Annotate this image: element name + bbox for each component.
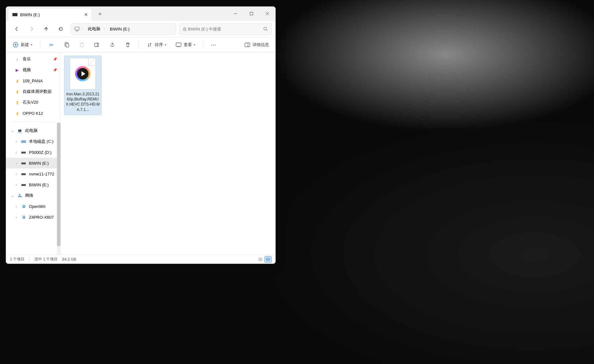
sidebar-item-drive[interactable]: › nvme11-1772 xyxy=(6,168,60,179)
search-icon[interactable] xyxy=(263,27,268,31)
chevron-right-icon[interactable]: › xyxy=(14,205,18,208)
share-button[interactable] xyxy=(107,39,118,50)
details-pane-button[interactable]: 详细信息 xyxy=(242,39,272,50)
window-controls xyxy=(228,7,275,21)
chevron-down-icon[interactable]: ⌄ xyxy=(11,194,14,197)
sidebar-item-label: 音乐 xyxy=(23,56,31,62)
search-input[interactable] xyxy=(183,27,263,31)
sidebar-item-drive[interactable]: › BIWIN (E:) xyxy=(6,179,60,190)
folder-icon: ▮ xyxy=(14,111,20,116)
search-box[interactable] xyxy=(179,23,272,35)
copy-button[interactable] xyxy=(61,39,72,50)
sidebar-item-label: Z4PRO-X607 xyxy=(29,215,54,220)
sidebar-item-network[interactable]: ⌄ 🖧 网络 xyxy=(6,190,60,201)
sidebar-item-folder[interactable]: ▮ 自媒体测评数据 xyxy=(6,86,60,97)
drive-icon xyxy=(21,150,26,154)
svg-rect-22 xyxy=(21,152,26,154)
sidebar-item-label: 视频 xyxy=(23,67,31,73)
chevron-right-icon[interactable]: › xyxy=(14,216,18,219)
maximize-button[interactable] xyxy=(244,7,259,21)
paste-button[interactable] xyxy=(76,39,88,50)
rename-icon xyxy=(94,42,100,47)
new-button[interactable]: 新建 ▾ xyxy=(10,39,35,50)
view-button[interactable]: 查看 ▾ xyxy=(173,39,198,50)
view-icon xyxy=(175,43,182,47)
sidebar-item-label: 此电脑 xyxy=(25,128,38,134)
computer-icon: 🖥 xyxy=(21,215,26,220)
icons-view-button[interactable] xyxy=(265,256,272,263)
sidebar-item-drive[interactable]: › 本地磁盘 (C:) xyxy=(6,136,60,147)
sidebar-item-music[interactable]: ♪ 音乐 📌 xyxy=(6,54,60,65)
svg-point-6 xyxy=(264,27,267,30)
chevron-right-icon[interactable]: › xyxy=(14,151,18,154)
file-explorer-window: BIWIN (E:) ✕ ＋ xyxy=(6,6,276,264)
chevron-right-icon[interactable]: › xyxy=(14,183,18,187)
breadcrumb-root[interactable]: 此电脑 xyxy=(87,25,102,32)
sidebar-item-folder[interactable]: ▮ 109_PANA xyxy=(6,75,60,86)
sidebar-item-folder[interactable]: ▮ 石头V20 xyxy=(6,97,60,108)
sidebar-item-network-host[interactable]: › 🖥 Z4PRO-X607 xyxy=(6,212,60,223)
file-list[interactable]: Iron.Man.3.2013.2160p.BluRay.REMUX.HEVC.… xyxy=(61,52,275,255)
scissors-icon: ✂ xyxy=(48,42,54,48)
svg-rect-32 xyxy=(268,260,270,261)
sidebar-item-label: BIWIN (E:) xyxy=(29,161,49,166)
chevron-down-icon: ▾ xyxy=(165,43,166,46)
details-label: 详细信息 xyxy=(252,42,269,48)
chevron-right-icon[interactable]: › xyxy=(14,140,18,143)
separator xyxy=(40,41,40,49)
delete-button[interactable] xyxy=(122,39,133,50)
back-button[interactable] xyxy=(10,23,24,35)
cut-button[interactable]: ✂ xyxy=(46,39,57,50)
close-tab-icon[interactable]: ✕ xyxy=(84,12,88,17)
pin-icon: 📌 xyxy=(53,57,57,61)
pc-icon xyxy=(74,27,80,31)
up-button[interactable] xyxy=(39,23,53,35)
trash-icon xyxy=(124,42,131,47)
sidebar-item-label: 网络 xyxy=(25,193,33,198)
minimize-button[interactable] xyxy=(228,7,244,21)
file-name: Iron.Man.3.2013.2160p.BluRay.REMUX.HEVC.… xyxy=(66,92,100,112)
chevron-down-icon[interactable]: ⌄ xyxy=(11,129,14,133)
svg-rect-31 xyxy=(266,260,268,261)
paste-icon xyxy=(79,42,85,47)
sidebar-item-drive[interactable]: › BIWIN (E:) xyxy=(6,158,60,168)
drive-icon xyxy=(21,172,26,176)
file-item[interactable]: Iron.Man.3.2013.2160p.BluRay.REMUX.HEVC.… xyxy=(64,56,102,115)
more-button[interactable]: ··· xyxy=(209,39,219,50)
sidebar-item-this-pc[interactable]: ⌄ 💻 此电脑 xyxy=(6,125,60,136)
sidebar-item-label: 109_PANA xyxy=(23,79,43,83)
status-bar: 1 个项目 | 选中 1 个项目 64.3 GB xyxy=(6,255,275,264)
drive-icon xyxy=(12,13,18,16)
sort-label: 排序 xyxy=(155,42,163,48)
svg-rect-21 xyxy=(21,141,26,143)
status-size: 64.3 GB xyxy=(62,257,76,262)
sidebar-item-drive[interactable]: › P5000Z (D:) xyxy=(6,147,60,158)
rename-button[interactable] xyxy=(91,39,103,50)
sidebar-item-label: OPPO K12 xyxy=(23,111,43,116)
chevron-right-icon: 〉 xyxy=(81,27,85,31)
svg-line-7 xyxy=(266,30,268,31)
sort-button[interactable]: 排序 ▾ xyxy=(144,39,169,50)
separator xyxy=(138,41,139,49)
computer-icon: 🖥 xyxy=(21,204,26,209)
sidebar-item-video[interactable]: ▶ 视频 📌 xyxy=(6,65,60,75)
sidebar-item-folder[interactable]: ▮ OPPO K12 xyxy=(6,108,60,119)
pc-icon: 💻 xyxy=(17,128,23,133)
separator xyxy=(11,122,56,122)
details-view-button[interactable] xyxy=(257,256,264,263)
scrollbar-thumb[interactable] xyxy=(57,122,60,246)
address-bar[interactable]: 〉 此电脑 〉 BIWIN (E:) xyxy=(71,23,176,35)
window-tab[interactable]: BIWIN (E:) ✕ xyxy=(9,9,91,21)
chevron-right-icon[interactable]: › xyxy=(14,161,18,165)
drive-icon xyxy=(21,140,26,143)
sidebar-item-label: 本地磁盘 (C:) xyxy=(29,139,53,144)
breadcrumb-current[interactable]: BIWIN (E:) xyxy=(109,26,131,32)
new-label: 新建 xyxy=(21,42,29,48)
ellipsis-icon: ··· xyxy=(211,43,216,47)
new-tab-button[interactable]: ＋ xyxy=(95,9,105,19)
chevron-right-icon[interactable]: › xyxy=(14,172,18,176)
close-button[interactable] xyxy=(259,7,275,21)
sidebar-item-network-host[interactable]: › 🖥 OpenWrt xyxy=(6,201,60,212)
forward-button[interactable] xyxy=(25,23,39,35)
refresh-button[interactable] xyxy=(54,23,68,35)
